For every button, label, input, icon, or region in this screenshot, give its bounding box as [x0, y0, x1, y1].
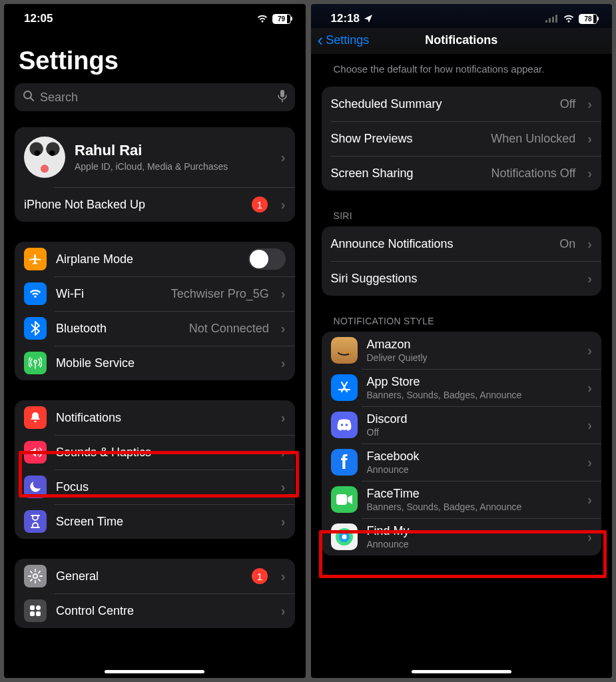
- nav-title: Notifications: [425, 33, 497, 47]
- antenna-icon: [24, 352, 47, 374]
- clock: 12:05: [24, 12, 53, 25]
- settings-screen: 12:05 79 Settings Search Rahul Rai Ap: [4, 4, 306, 678]
- svg-point-13: [345, 424, 348, 426]
- general-row[interactable]: General 1 ›: [15, 559, 295, 593]
- chevron-right-icon: ›: [281, 514, 286, 529]
- chevron-right-icon: ›: [587, 97, 592, 112]
- airplane-mode-row[interactable]: Airplane Mode: [15, 242, 295, 276]
- svg-rect-8: [545, 20, 547, 23]
- home-indicator[interactable]: [412, 670, 511, 673]
- facebook-icon: f: [331, 449, 358, 476]
- facetime-icon: [331, 486, 358, 513]
- svg-point-12: [340, 424, 343, 426]
- app-facebook-row[interactable]: f FacebookAnnounce ›: [322, 444, 602, 481]
- show-previews-row[interactable]: Show Previews When Unlocked ›: [322, 121, 602, 156]
- appstore-icon: [331, 374, 358, 401]
- backup-row[interactable]: iPhone Not Backed Up 1 ›: [15, 187, 295, 222]
- back-button[interactable]: ‹ Settings: [318, 30, 370, 51]
- svg-line-1: [31, 98, 33, 101]
- app-appstore-row[interactable]: App StoreBanners, Sounds, Badges, Announ…: [322, 369, 602, 406]
- avatar: [24, 137, 65, 178]
- airplane-toggle[interactable]: [248, 248, 286, 270]
- chevron-right-icon: ›: [587, 380, 592, 396]
- search-placeholder: Search: [40, 91, 272, 105]
- cellular-icon: [545, 15, 559, 23]
- chevron-right-icon: ›: [281, 569, 286, 584]
- search-input[interactable]: Search: [15, 83, 295, 111]
- svg-rect-14: [336, 494, 347, 505]
- chevron-right-icon: ›: [281, 197, 286, 212]
- profile-group: Rahul Rai Apple ID, iCloud, Media & Purc…: [15, 127, 295, 222]
- display-options-group: Scheduled Summary Off › Show Previews Wh…: [322, 87, 602, 190]
- siri-suggestions-row[interactable]: Siri Suggestions ›: [322, 261, 602, 296]
- mobile-service-row[interactable]: Mobile Service ›: [15, 346, 295, 380]
- svg-rect-10: [552, 17, 554, 23]
- home-indicator[interactable]: [105, 670, 204, 673]
- section-description: Choose the default for how notifications…: [334, 63, 602, 75]
- chevron-right-icon: ›: [281, 150, 286, 165]
- wifi-row[interactable]: Wi-Fi Techwiser Pro_5G ›: [15, 276, 295, 311]
- moon-icon: [24, 476, 47, 498]
- chevron-left-icon: ‹: [318, 30, 324, 51]
- siri-header: SIRI: [334, 210, 602, 221]
- amazon-icon: [331, 337, 358, 364]
- app-amazon-row[interactable]: AmazonDeliver Quietly ›: [322, 332, 602, 369]
- gear-icon: [24, 565, 47, 587]
- speaker-icon: [24, 441, 47, 464]
- svg-rect-7: [36, 611, 41, 616]
- hourglass-icon: [24, 510, 47, 533]
- control-centre-row[interactable]: Control Centre ›: [15, 593, 295, 628]
- svg-rect-2: [280, 90, 284, 97]
- chevron-right-icon: ›: [281, 480, 286, 495]
- badge: 1: [252, 196, 268, 212]
- control-centre-icon: [24, 599, 47, 622]
- status-bar: 12:05 79: [4, 4, 306, 28]
- chevron-right-icon: ›: [587, 492, 592, 508]
- chevron-right-icon: ›: [281, 410, 286, 426]
- svg-rect-11: [555, 15, 557, 23]
- svg-rect-5: [36, 605, 41, 610]
- discord-icon: [331, 412, 358, 438]
- apple-id-row[interactable]: Rahul Rai Apple ID, iCloud, Media & Purc…: [15, 127, 295, 187]
- bluetooth-icon: [24, 317, 47, 340]
- alerts-group: Notifications › Sounds & Haptics › Focus…: [15, 400, 295, 539]
- app-discord-row[interactable]: DiscordOff ›: [322, 406, 602, 444]
- app-findmy-row[interactable]: Find MyAnnounce ›: [322, 518, 602, 555]
- chevron-right-icon: ›: [587, 236, 592, 252]
- announce-notifications-row[interactable]: Announce Notifications On ›: [322, 226, 602, 261]
- focus-row[interactable]: Focus ›: [15, 470, 295, 504]
- siri-group: Announce Notifications On › Siri Suggest…: [322, 226, 602, 296]
- sounds-row[interactable]: Sounds & Haptics ›: [15, 435, 295, 470]
- badge: 1: [252, 568, 268, 584]
- battery-indicator: 79: [272, 14, 291, 24]
- mic-icon[interactable]: [278, 89, 287, 106]
- chevron-right-icon: ›: [587, 271, 592, 286]
- bluetooth-row[interactable]: Bluetooth Not Connected ›: [15, 311, 295, 346]
- screen-sharing-row[interactable]: Screen Sharing Notifications Off ›: [322, 156, 602, 190]
- screen-time-row[interactable]: Screen Time ›: [15, 504, 295, 539]
- connectivity-group: Airplane Mode Wi-Fi Techwiser Pro_5G › B…: [15, 242, 295, 380]
- chevron-right-icon: ›: [281, 445, 286, 460]
- clock: 12:18: [331, 12, 360, 25]
- chevron-right-icon: ›: [281, 356, 286, 371]
- apps-group: AmazonDeliver Quietly › App StoreBanners…: [322, 332, 602, 555]
- chevron-right-icon: ›: [587, 166, 592, 181]
- profile-subtitle: Apple ID, iCloud, Media & Purchases: [75, 161, 272, 172]
- battery-indicator: 78: [579, 14, 597, 24]
- svg-rect-4: [30, 605, 35, 610]
- svg-rect-9: [549, 18, 551, 23]
- bell-icon: [24, 406, 47, 429]
- app-facetime-row[interactable]: FaceTimeBanners, Sounds, Badges, Announc…: [322, 481, 602, 518]
- scheduled-summary-row[interactable]: Scheduled Summary Off ›: [322, 87, 602, 121]
- wifi-icon: [256, 14, 268, 23]
- findmy-icon: [331, 523, 358, 550]
- location-icon: [364, 14, 373, 23]
- wifi-icon: [24, 282, 47, 305]
- profile-name: Rahul Rai: [75, 142, 272, 159]
- search-icon: [23, 90, 35, 105]
- wifi-icon: [563, 14, 575, 23]
- chevron-right-icon: ›: [587, 343, 592, 358]
- svg-point-3: [33, 574, 37, 578]
- navbar: ‹ Settings Notifications: [311, 28, 613, 54]
- notifications-row[interactable]: Notifications ›: [15, 400, 295, 435]
